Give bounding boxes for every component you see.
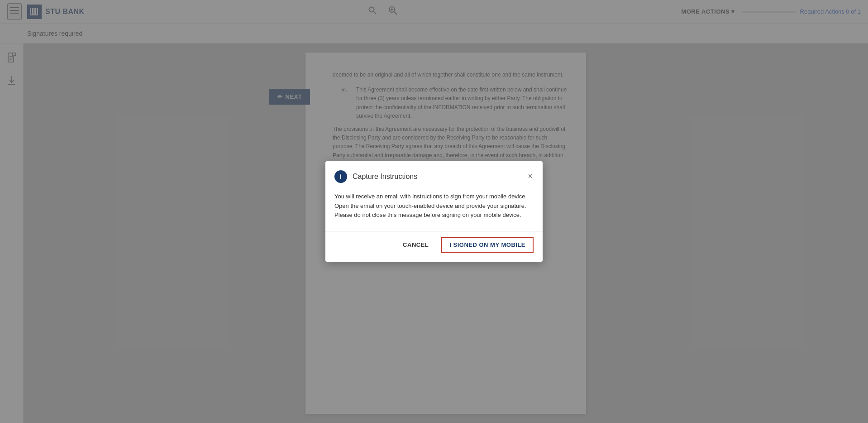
modal-line-1: You will receive an email with instructi… [334,192,534,202]
modal-footer: CANCEL I SIGNED ON MY MOBILE [325,231,543,262]
close-icon: × [528,172,533,181]
modal-close-button[interactable]: × [527,171,534,182]
modal-body: You will receive an email with instructi… [325,190,543,231]
modal-header: i Capture Instructions × [325,161,543,190]
modal-line-2: Open the email on your touch-enabled dev… [334,202,534,211]
info-icon: i [334,170,347,183]
signed-on-mobile-button[interactable]: I SIGNED ON MY MOBILE [441,237,534,253]
modal-line-3: Please do not close this message before … [334,211,534,220]
modal-overlay: i Capture Instructions × You will receiv… [0,0,868,423]
cancel-button[interactable]: CANCEL [396,237,436,253]
capture-instructions-modal: i Capture Instructions × You will receiv… [325,161,543,262]
modal-title: Capture Instructions [353,173,521,181]
